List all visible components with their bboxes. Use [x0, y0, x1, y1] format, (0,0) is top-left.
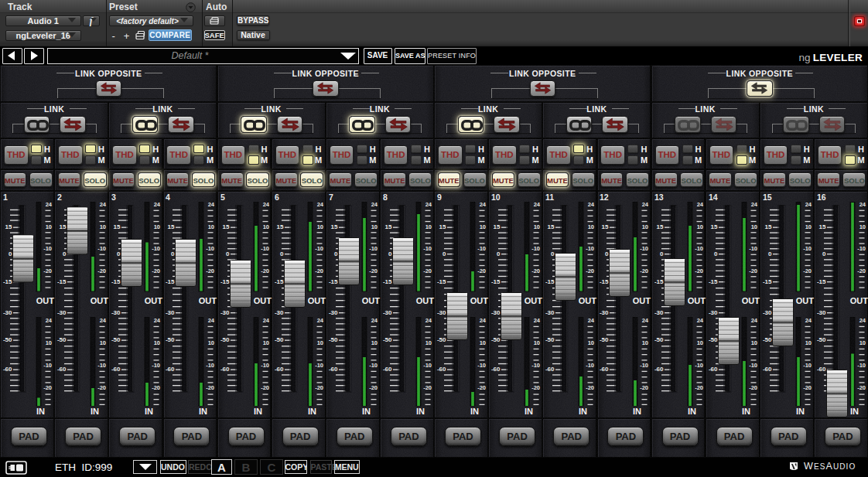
svg-text:-15: -15 [329, 278, 338, 285]
svg-text:-30: -30 [275, 309, 284, 316]
svg-text:15: 15 [276, 223, 283, 230]
svg-text:10: 10 [100, 223, 106, 230]
svg-text:-20: -20 [261, 267, 269, 274]
svg-text:-60: -60 [763, 366, 772, 373]
svg-text:IN: IN [796, 407, 805, 416]
svg-text:OUT: OUT [633, 296, 651, 305]
svg-text:10: 10 [696, 339, 702, 346]
svg-text:-20: -20 [261, 384, 269, 391]
svg-text:-10: -10 [207, 362, 215, 369]
svg-text:-15: -15 [709, 278, 718, 285]
svg-text:-20: -20 [423, 384, 432, 391]
svg-text:0: 0 [9, 250, 12, 257]
svg-text:15: 15 [114, 223, 121, 230]
svg-text:-60: -60 [329, 366, 338, 373]
svg-text:13: 13 [654, 193, 664, 202]
svg-text:24: 24 [480, 317, 487, 324]
svg-text:7: 7 [329, 193, 333, 202]
svg-text:10: 10 [425, 223, 432, 230]
svg-text:-20: -20 [531, 267, 540, 274]
svg-text:-20: -20 [152, 384, 160, 391]
svg-text:24: 24 [262, 317, 269, 324]
svg-text:0: 0 [768, 250, 772, 257]
svg-text:OUT: OUT [307, 296, 326, 305]
svg-text:6: 6 [275, 193, 279, 202]
svg-text:24: 24 [805, 201, 812, 208]
svg-text:24: 24 [316, 317, 323, 324]
svg-text:10: 10 [208, 223, 214, 230]
svg-text:-30: -30 [111, 309, 121, 316]
svg-text:-20: -20 [586, 384, 594, 391]
svg-text:-20: -20 [803, 384, 812, 391]
svg-text:OUT: OUT [253, 296, 272, 305]
svg-text:IN: IN [36, 407, 45, 416]
svg-text:10: 10 [491, 193, 501, 202]
svg-text:15: 15 [439, 223, 446, 230]
svg-text:24: 24 [750, 317, 757, 324]
svg-text:10: 10 [534, 339, 540, 346]
svg-text:10: 10 [425, 339, 432, 346]
svg-text:10: 10 [46, 223, 52, 230]
svg-text:IN: IN [633, 407, 641, 416]
svg-text:IN: IN [362, 407, 371, 416]
svg-text:24: 24 [100, 317, 107, 324]
svg-text:-50: -50 [111, 336, 121, 343]
svg-text:-50: -50 [57, 336, 67, 343]
svg-text:-10: -10 [261, 245, 269, 252]
svg-text:10: 10 [154, 223, 160, 230]
svg-text:-10: -10 [207, 245, 215, 252]
svg-text:24: 24 [859, 201, 866, 208]
svg-text:IN: IN [688, 407, 696, 416]
svg-text:10: 10 [480, 223, 486, 230]
svg-text:-30: -30 [220, 309, 229, 316]
svg-text:3: 3 [111, 193, 116, 202]
svg-text:8: 8 [383, 193, 388, 202]
svg-text:0: 0 [605, 250, 609, 257]
svg-text:-20: -20 [641, 267, 649, 274]
svg-text:OUT: OUT [36, 296, 55, 305]
svg-text:10: 10 [642, 339, 648, 346]
svg-text:9: 9 [437, 193, 442, 202]
svg-text:-15: -15 [275, 278, 284, 285]
svg-text:10: 10 [805, 223, 811, 230]
svg-text:IN: IN [416, 407, 425, 416]
svg-text:OUT: OUT [362, 296, 381, 305]
svg-text:24: 24 [642, 201, 649, 208]
svg-text:-15: -15 [763, 278, 772, 285]
svg-text:-10: -10 [477, 245, 486, 252]
svg-text:12: 12 [600, 193, 609, 202]
svg-text:-20: -20 [803, 267, 812, 274]
svg-text:-50: -50 [166, 336, 175, 343]
svg-text:-30: -30 [817, 309, 826, 316]
svg-text:-20: -20 [857, 384, 866, 391]
svg-text:-15: -15 [817, 278, 826, 285]
svg-text:0: 0 [226, 250, 230, 257]
svg-text:24: 24 [208, 201, 215, 208]
svg-text:24: 24 [696, 201, 703, 208]
svg-text:-10: -10 [43, 245, 52, 252]
svg-text:24: 24 [262, 201, 269, 208]
svg-text:-15: -15 [654, 278, 663, 285]
svg-text:OUT: OUT [525, 296, 543, 305]
svg-text:2: 2 [57, 193, 62, 202]
svg-text:-20: -20 [43, 267, 52, 274]
svg-text:-20: -20 [152, 267, 160, 274]
svg-text:24: 24 [642, 317, 649, 324]
svg-text:-60: -60 [709, 366, 718, 373]
svg-text:24: 24 [371, 317, 378, 324]
svg-text:24: 24 [534, 317, 541, 324]
svg-text:-10: -10 [369, 362, 378, 369]
svg-text:10: 10 [371, 339, 377, 346]
svg-text:10: 10 [208, 339, 214, 346]
svg-text:-10: -10 [586, 245, 594, 252]
svg-text:-10: -10 [857, 245, 866, 252]
svg-text:1: 1 [3, 193, 8, 202]
svg-text:15: 15 [656, 223, 663, 230]
svg-text:OUT: OUT [796, 296, 815, 305]
svg-text:-60: -60 [600, 366, 609, 373]
svg-text:IN: IN [254, 407, 262, 416]
svg-text:10: 10 [46, 339, 52, 346]
svg-text:10: 10 [262, 223, 268, 230]
svg-text:24: 24 [425, 201, 432, 208]
svg-text:-10: -10 [261, 362, 269, 369]
